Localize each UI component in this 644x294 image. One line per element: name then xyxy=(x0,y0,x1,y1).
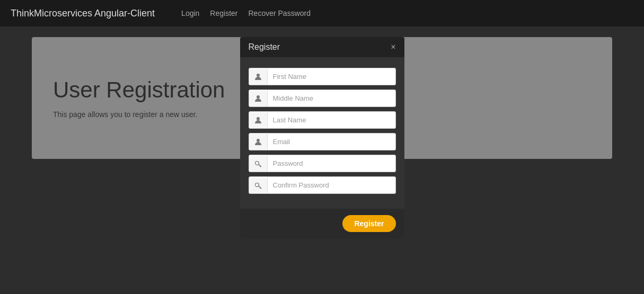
modal-title: Register xyxy=(249,42,280,52)
person-icon-1 xyxy=(249,69,268,85)
modal-close-button[interactable]: × xyxy=(391,43,395,51)
navbar-link-recover-password[interactable]: Recover Password xyxy=(249,9,311,17)
person-icon-4 xyxy=(249,134,268,150)
svg-point-0 xyxy=(257,74,260,77)
modal-body xyxy=(240,57,404,203)
navbar-link-login[interactable]: Login xyxy=(181,9,199,17)
first-name-input[interactable] xyxy=(268,68,395,85)
email-field xyxy=(249,133,396,150)
main-content: User Registration This page allows you t… xyxy=(0,26,644,170)
register-submit-button[interactable]: Register xyxy=(342,215,395,232)
password-field xyxy=(249,155,396,172)
person-icon-2 xyxy=(249,91,268,106)
key-icon-1 xyxy=(249,156,268,172)
navbar-brand: ThinkMicroservices Angular-Client xyxy=(11,8,155,19)
modal-footer: Register xyxy=(240,209,404,238)
svg-point-2 xyxy=(257,117,260,120)
navbar-links: Login Register Recover Password xyxy=(181,9,311,17)
middle-name-input[interactable] xyxy=(268,90,395,106)
last-name-field xyxy=(249,111,396,129)
email-input[interactable] xyxy=(268,133,395,150)
svg-point-8 xyxy=(255,183,259,186)
navbar-link-register[interactable]: Register xyxy=(210,9,237,17)
modal-header: Register × xyxy=(240,37,404,57)
svg-point-3 xyxy=(257,139,260,142)
password-input[interactable] xyxy=(268,155,395,172)
navbar: ThinkMicroservices Angular-Client Login … xyxy=(0,0,644,26)
middle-name-field xyxy=(249,90,396,107)
confirm-password-field xyxy=(249,176,396,194)
confirm-password-input[interactable] xyxy=(268,177,395,193)
svg-point-1 xyxy=(257,95,260,99)
last-name-input[interactable] xyxy=(268,112,395,128)
svg-point-4 xyxy=(255,161,259,165)
register-modal: Register × xyxy=(240,37,404,238)
key-icon-2 xyxy=(249,177,268,193)
person-icon-3 xyxy=(249,112,268,128)
first-name-field xyxy=(249,68,396,85)
